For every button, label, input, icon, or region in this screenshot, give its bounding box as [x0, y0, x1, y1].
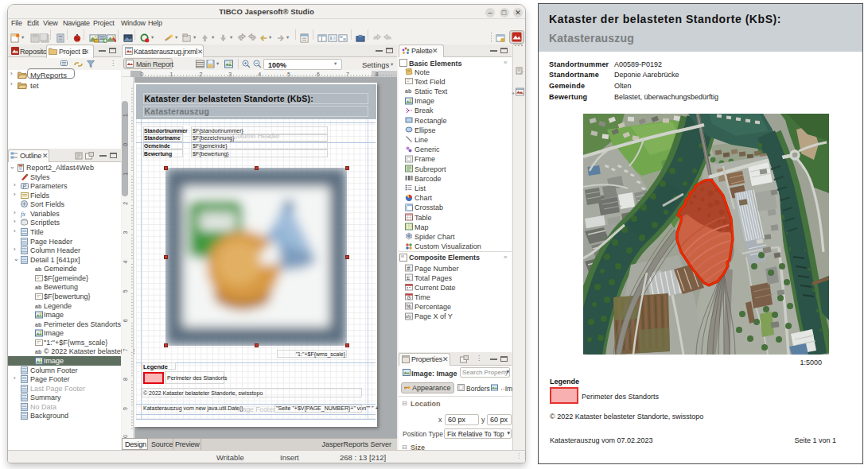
svg-text:%: %: [407, 304, 411, 309]
svg-text:0: 0: [141, 72, 144, 77]
svg-text:0: 0: [123, 143, 128, 146]
svg-text:7: 7: [346, 72, 349, 77]
svg-text:1: 1: [123, 172, 128, 176]
svg-text:8: 8: [376, 72, 379, 77]
svg-text:3: 3: [228, 72, 232, 77]
svg-text:x/y: x/y: [406, 314, 411, 319]
svg-text:ab: ab: [35, 303, 41, 308]
svg-text:8: 8: [123, 378, 128, 381]
svg-text:4: 4: [258, 72, 261, 77]
svg-text:2: 2: [123, 202, 128, 205]
svg-text:5: 5: [287, 72, 290, 77]
svg-text:fx: fx: [21, 210, 25, 218]
svg-text:#: #: [407, 266, 411, 271]
svg-text:ab: ab: [405, 88, 411, 94]
svg-text:1: 1: [123, 114, 128, 117]
svg-text:3: 3: [123, 231, 128, 234]
svg-text:2: 2: [199, 72, 202, 77]
svg-text:P: P: [23, 184, 27, 189]
svg-text:5: 5: [123, 289, 128, 293]
svg-text:ab: ab: [35, 349, 41, 355]
svg-text:ab: ab: [35, 285, 41, 290]
svg-text:6: 6: [123, 319, 128, 322]
svg-text:Σ: Σ: [407, 275, 410, 281]
svg-text:9: 9: [123, 407, 128, 410]
svg-text:4: 4: [123, 260, 128, 263]
svg-text:ab: ab: [35, 266, 41, 272]
svg-text:7: 7: [123, 348, 128, 351]
svg-text:1: 1: [170, 72, 173, 77]
svg-text:6: 6: [317, 72, 320, 77]
svg-text:ab: ab: [35, 321, 41, 327]
